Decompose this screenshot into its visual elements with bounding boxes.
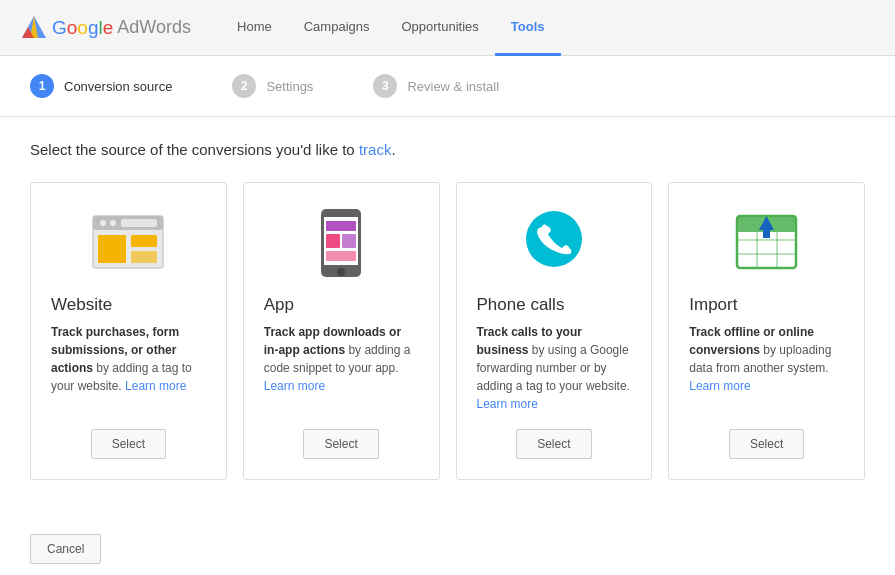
nav-campaigns[interactable]: Campaigns	[288, 0, 386, 56]
svg-point-5	[100, 220, 106, 226]
svg-point-18	[526, 211, 582, 267]
svg-point-6	[110, 220, 116, 226]
step-2-label: Settings	[266, 79, 313, 94]
website-card-title: Website	[51, 295, 112, 315]
adwords-logo-icon	[20, 14, 48, 42]
svg-rect-15	[342, 234, 356, 248]
svg-rect-9	[131, 235, 157, 247]
page-title-suffix: .	[391, 141, 395, 158]
svg-rect-16	[326, 251, 356, 261]
app-icon-container	[264, 203, 419, 283]
import-icon	[729, 208, 804, 278]
step-1: 1 Conversion source	[30, 74, 172, 98]
card-import: Import Track offline or online conversio…	[668, 182, 865, 480]
nav-tools[interactable]: Tools	[495, 0, 561, 56]
main-nav: Home Campaigns Opportunities Tools	[221, 0, 560, 56]
page-title-highlight: track	[359, 141, 392, 158]
website-select-button[interactable]: Select	[91, 429, 166, 459]
import-card-title: Import	[689, 295, 737, 315]
svg-rect-8	[98, 235, 126, 263]
cancel-section: Cancel	[0, 534, 895, 575]
step-1-circle: 1	[30, 74, 54, 98]
logo-google-text: Google	[52, 17, 113, 39]
import-icon-container	[689, 203, 844, 283]
card-phone: Phone calls Track calls to your business…	[456, 182, 653, 480]
website-card-desc: Track purchases, form submissions, or ot…	[51, 323, 206, 413]
svg-rect-14	[326, 234, 340, 248]
phone-select-button[interactable]: Select	[516, 429, 591, 459]
import-select-button[interactable]: Select	[729, 429, 804, 459]
step-2-circle: 2	[232, 74, 256, 98]
conversion-source-cards: Website Track purchases, form submission…	[30, 182, 865, 480]
svg-rect-10	[131, 251, 157, 263]
website-learn-more[interactable]: Learn more	[125, 379, 186, 393]
import-card-desc: Track offline or online conversions by u…	[689, 323, 844, 413]
phone-card-desc: Track calls to your business by using a …	[477, 323, 632, 413]
app-card-title: App	[264, 295, 294, 315]
app-card-desc: Track app downloads or in-app actions by…	[264, 323, 419, 413]
phone-card-title: Phone calls	[477, 295, 565, 315]
header: Google AdWords Home Campaigns Opportunit…	[0, 0, 895, 56]
step-3-circle: 3	[373, 74, 397, 98]
page-title: Select the source of the conversions you…	[30, 141, 865, 158]
step-2: 2 Settings	[232, 74, 313, 98]
website-icon-container	[51, 203, 206, 283]
stepper: 1 Conversion source 2 Settings 3 Review …	[0, 56, 895, 117]
website-icon	[83, 211, 173, 276]
card-website: Website Track purchases, form submission…	[30, 182, 227, 480]
phone-learn-more[interactable]: Learn more	[477, 397, 538, 411]
phone-calls-icon	[514, 207, 594, 279]
app-learn-more[interactable]: Learn more	[264, 379, 325, 393]
app-icon	[311, 207, 371, 279]
card-app: App Track app downloads or in-app action…	[243, 182, 440, 480]
svg-point-17	[337, 268, 345, 276]
svg-rect-13	[326, 221, 356, 231]
page-title-prefix: Select the source of the conversions you…	[30, 141, 359, 158]
import-learn-more[interactable]: Learn more	[689, 379, 750, 393]
cancel-button[interactable]: Cancel	[30, 534, 101, 564]
nav-home[interactable]: Home	[221, 0, 288, 56]
main-content: Select the source of the conversions you…	[0, 117, 895, 534]
logo: Google AdWords	[20, 14, 191, 42]
step-3-label: Review & install	[407, 79, 499, 94]
step-1-label: Conversion source	[64, 79, 172, 94]
svg-rect-7	[121, 219, 157, 227]
phone-icon-container	[477, 203, 632, 283]
nav-opportunities[interactable]: Opportunities	[385, 0, 494, 56]
step-3: 3 Review & install	[373, 74, 499, 98]
logo-adwords-text: AdWords	[117, 17, 191, 38]
app-select-button[interactable]: Select	[303, 429, 378, 459]
